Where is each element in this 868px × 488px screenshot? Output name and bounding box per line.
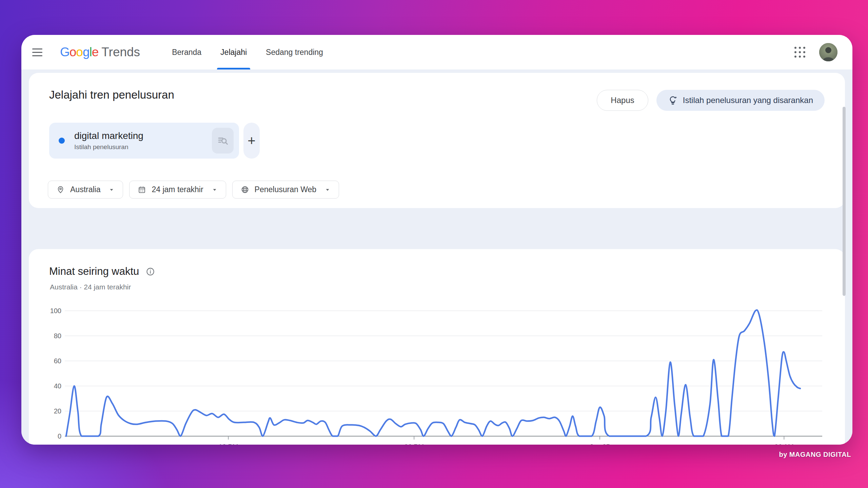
- chevron-down-icon: [108, 187, 115, 193]
- menu-icon[interactable]: [32, 44, 48, 60]
- svg-text:12 PM: 12 PM: [219, 443, 238, 445]
- suggested-terms-button[interactable]: Istilah penelusuran yang disarankan: [656, 90, 825, 111]
- svg-text:80: 80: [54, 332, 61, 340]
- filter-geo-label: Australia: [70, 185, 100, 194]
- explore-controls-card: Jelajahi tren penelusuran Hapus: [29, 73, 845, 208]
- svg-text:Jan 25: Jan 25: [590, 443, 610, 445]
- tab-sedang-trending[interactable]: Sedang trending: [256, 35, 333, 69]
- location-pin-icon: [56, 185, 65, 194]
- term-type-label: Istilah penelusuran: [74, 143, 212, 151]
- filter-category-label: Penelusuran Web: [255, 185, 316, 194]
- page-title: Jelajahi tren penelusuran: [49, 88, 174, 101]
- page-content: Jelajahi tren penelusuran Hapus: [21, 69, 852, 445]
- chevron-down-icon: [212, 187, 218, 193]
- clear-button[interactable]: Hapus: [597, 90, 648, 111]
- google-trends-window: Google Trends Beranda Jelajahi Sedang tr…: [21, 35, 852, 445]
- interest-over-time-card: 02040608010012 PM06 PMJan 2506 AM Minat …: [29, 249, 845, 445]
- watermark-credit: by MAGANG DIGITAL: [779, 451, 851, 459]
- svg-text:20: 20: [54, 407, 61, 415]
- lightbulb-sparkle-icon: [668, 95, 678, 105]
- header-actions: [792, 43, 837, 61]
- svg-text:06 AM: 06 AM: [774, 443, 794, 445]
- interest-over-time-chart: 02040608010012 PM06 PMJan 2506 AM: [29, 249, 845, 445]
- add-comparison-button[interactable]: +: [243, 123, 260, 159]
- user-avatar[interactable]: [819, 43, 837, 61]
- term-text: digital marketing Istilah penelusuran: [74, 130, 212, 151]
- filter-time-label: 24 jam terakhir: [152, 185, 203, 194]
- svg-text:06 PM: 06 PM: [404, 443, 424, 445]
- calendar-icon: [138, 185, 146, 194]
- svg-text:100: 100: [50, 307, 61, 314]
- suggested-terms-label: Istilah penelusuran yang disarankan: [683, 96, 813, 105]
- list-search-icon: [217, 135, 229, 147]
- chart-title: Minat seiring waktu: [49, 265, 139, 278]
- globe-icon: [241, 185, 249, 194]
- app-header: Google Trends Beranda Jelajahi Sedang tr…: [21, 35, 852, 69]
- google-apps-grid-icon[interactable]: [792, 44, 808, 60]
- filters-row: Australia 24 jam t: [48, 181, 339, 199]
- series-color-dot: [59, 138, 65, 144]
- scrollbar-thumb[interactable]: [843, 107, 846, 296]
- tab-jelajahi[interactable]: Jelajahi: [211, 35, 256, 69]
- search-term-chip[interactable]: digital marketing Istilah penelusuran: [49, 123, 239, 159]
- tab-beranda[interactable]: Beranda: [162, 35, 211, 69]
- svg-text:60: 60: [54, 357, 61, 365]
- svg-text:0: 0: [58, 432, 61, 440]
- main-nav: Beranda Jelajahi Sedang trending: [162, 35, 333, 69]
- filter-time[interactable]: 24 jam terakhir: [129, 181, 226, 199]
- chart-subtitle: Australia · 24 jam terakhir: [50, 283, 131, 291]
- google-logo-text: Google: [60, 45, 98, 59]
- term-name: digital marketing: [74, 130, 212, 141]
- trends-logo-text: Trends: [101, 45, 140, 59]
- term-search-button[interactable]: [212, 128, 234, 154]
- svg-text:40: 40: [54, 382, 61, 390]
- chevron-down-icon: [324, 187, 331, 193]
- filter-category[interactable]: Penelusuran Web: [232, 181, 339, 199]
- search-terms-row: digital marketing Istilah penelusuran: [49, 123, 260, 159]
- info-icon[interactable]: [146, 267, 155, 276]
- google-trends-logo[interactable]: Google Trends: [60, 45, 140, 59]
- desktop-background: Google Trends Beranda Jelajahi Sedang tr…: [0, 0, 868, 488]
- title-actions: Hapus Istilah penelusuran yang disar: [597, 90, 825, 111]
- avatar-photo: [819, 43, 837, 61]
- filter-geo[interactable]: Australia: [48, 181, 123, 199]
